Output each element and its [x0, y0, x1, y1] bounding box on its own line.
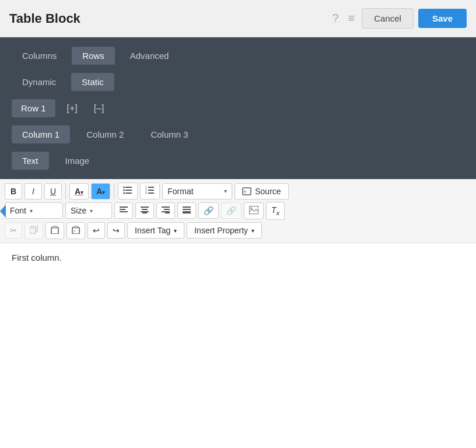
insert-property-dropdown[interactable]: Insert Property ▾ — [187, 222, 262, 239]
align-left-button[interactable] — [114, 202, 133, 219]
page-title: Table Block — [9, 11, 332, 26]
redo-button[interactable]: ↪ — [107, 222, 125, 239]
tab-column3[interactable]: Column 3 — [140, 125, 198, 144]
link-button[interactable]: 🔗 — [198, 202, 219, 219]
list-ordered-button[interactable]: 123 — [140, 183, 160, 200]
svg-rect-15 — [120, 209, 125, 210]
svg-rect-16 — [120, 211, 128, 212]
font-color-button[interactable]: A▾ — [69, 183, 89, 200]
tab-column1[interactable]: Column 1 — [12, 125, 70, 144]
toolbar: B I U A▾ A▾ 123 Format ▾ ⎘ Source — [0, 179, 476, 243]
size-dropdown[interactable]: Size ▾ — [65, 202, 112, 219]
svg-rect-29 — [183, 212, 191, 214]
font-dropdown-arrow: ▾ — [30, 208, 33, 214]
svg-rect-25 — [165, 212, 170, 214]
bg-color-button[interactable]: A▾ — [91, 183, 110, 200]
format-dropdown-arrow: ▾ — [224, 188, 227, 194]
svg-rect-27 — [183, 209, 191, 210]
edit-area[interactable]: First column. — [0, 243, 476, 302]
svg-rect-2 — [125, 192, 132, 194]
separator-1 — [65, 183, 66, 200]
toolbar-wrapper: B I U A▾ A▾ 123 Format ▾ ⎘ Source — [0, 179, 476, 243]
image-button[interactable] — [244, 202, 264, 219]
clear-format-button[interactable]: Tx — [266, 202, 285, 220]
help-icon[interactable]: ? — [332, 12, 338, 25]
svg-rect-23 — [164, 209, 170, 210]
add-row-button[interactable]: [+] — [62, 101, 82, 116]
size-dropdown-arrow: ▾ — [90, 208, 93, 214]
svg-text:⎘: ⎘ — [244, 190, 247, 194]
config-panel: Columns Rows Advanced Dynamic Static Row… — [0, 37, 476, 179]
align-right-button[interactable] — [156, 202, 175, 219]
svg-rect-22 — [162, 206, 170, 208]
svg-rect-20 — [141, 211, 149, 212]
main-tabs: Columns Rows Advanced — [12, 47, 464, 65]
underline-button[interactable]: U — [44, 183, 62, 200]
paste-button[interactable] — [46, 222, 64, 239]
toolbar-row-3: ✂ T ↩ ↪ Insert Tag ▾ Insert Property ▾ — [5, 222, 471, 239]
type-tabs: Text Image — [12, 152, 464, 170]
svg-point-5 — [123, 192, 125, 194]
bold-button[interactable]: B — [5, 183, 22, 200]
svg-point-3 — [123, 187, 125, 188]
svg-rect-33 — [30, 228, 36, 233]
source-button[interactable]: ⎘ Source — [235, 183, 288, 200]
save-button[interactable]: Save — [418, 9, 467, 28]
svg-point-4 — [123, 190, 125, 191]
svg-point-31 — [250, 207, 253, 209]
remove-row-button[interactable]: [–] — [89, 101, 109, 116]
svg-rect-34 — [51, 228, 58, 234]
mode-tabs: Dynamic Static — [12, 73, 464, 91]
menu-icon[interactable]: ≡ — [348, 12, 355, 25]
undo-button[interactable]: ↩ — [88, 222, 105, 239]
svg-rect-28 — [183, 211, 191, 212]
separator-2 — [114, 183, 114, 200]
font-dropdown[interactable]: Font ▾ — [5, 202, 63, 219]
svg-rect-8 — [148, 192, 154, 194]
svg-text:3: 3 — [145, 191, 147, 194]
svg-rect-21 — [142, 212, 147, 214]
tab-column2[interactable]: Column 2 — [76, 125, 134, 144]
content-text: First column. — [12, 253, 62, 262]
svg-rect-0 — [125, 187, 132, 188]
tab-rows[interactable]: Rows — [72, 47, 115, 65]
italic-button[interactable]: I — [24, 183, 42, 200]
svg-rect-24 — [162, 211, 170, 212]
svg-rect-14 — [120, 206, 128, 208]
copy-button[interactable] — [24, 222, 43, 239]
toolbar-row-1: B I U A▾ A▾ 123 Format ▾ ⎘ Source — [5, 183, 471, 200]
list-unordered-button[interactable] — [118, 183, 138, 200]
svg-rect-1 — [125, 190, 132, 191]
svg-text:T: T — [74, 230, 76, 233]
insert-property-arrow: ▾ — [251, 228, 254, 234]
svg-rect-7 — [148, 190, 154, 191]
dialog-header: Table Block ? ≡ Cancel Save — [0, 0, 476, 37]
cut-button[interactable]: ✂ — [5, 222, 22, 239]
column-tabs: Column 1 Column 2 Column 3 — [12, 125, 464, 144]
header-icons: ? ≡ — [332, 12, 355, 25]
toolbar-row-2: Font ▾ Size ▾ 🔗 🔗 Tx — [5, 202, 471, 220]
format-dropdown[interactable]: Format ▾ — [162, 183, 232, 200]
svg-rect-19 — [142, 209, 148, 210]
tab-static[interactable]: Static — [71, 73, 114, 91]
svg-rect-18 — [141, 206, 149, 208]
tab-text[interactable]: Text — [12, 152, 49, 170]
tab-dynamic[interactable]: Dynamic — [12, 73, 66, 91]
svg-rect-6 — [148, 187, 154, 188]
tab-columns[interactable]: Columns — [12, 47, 67, 65]
insert-tag-arrow: ▾ — [174, 228, 177, 234]
cancel-button[interactable]: Cancel — [362, 8, 414, 29]
row-label: Row 1 — [12, 99, 55, 117]
align-center-button[interactable] — [135, 202, 154, 219]
svg-rect-26 — [183, 206, 191, 208]
unlink-button[interactable]: 🔗 — [221, 202, 242, 219]
align-justify-button[interactable] — [177, 202, 196, 219]
paste-text-button[interactable]: T — [66, 222, 85, 239]
svg-rect-35 — [53, 226, 57, 228]
insert-tag-dropdown[interactable]: Insert Tag ▾ — [127, 222, 184, 239]
svg-rect-37 — [74, 226, 78, 228]
tab-image[interactable]: Image — [55, 152, 100, 170]
tab-advanced[interactable]: Advanced — [120, 47, 180, 65]
row-controls: Row 1 [+] [–] — [12, 99, 464, 117]
